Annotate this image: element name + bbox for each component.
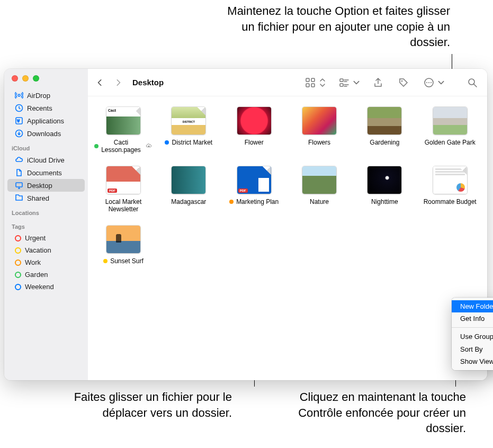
- menu-item-label: Show View Options: [460, 357, 493, 365]
- svg-rect-7: [306, 84, 309, 87]
- file-area[interactable]: CactCacti Lesson.pagesDISTRICTDistrict M…: [88, 96, 487, 380]
- sidebar-item-icloud-drive[interactable]: iCloud Drive: [7, 154, 85, 166]
- svg-rect-8: [311, 84, 315, 87]
- file-thumbnail: [367, 166, 401, 194]
- file-thumbnail: [367, 107, 401, 135]
- file-item[interactable]: Madagascar: [159, 166, 218, 213]
- sidebar-item-shared[interactable]: Shared: [7, 192, 85, 204]
- sidebar-item-recents[interactable]: Recents: [7, 102, 85, 114]
- file-name: Cacti Lesson.pages: [101, 139, 141, 154]
- applications-icon: [15, 117, 23, 125]
- file-item[interactable]: Nature: [290, 166, 348, 213]
- file-item[interactable]: Flowers: [290, 107, 348, 154]
- file-name: Gardening: [370, 139, 399, 146]
- minimize-button[interactable]: [22, 75, 29, 82]
- file-item[interactable]: Nighttime: [355, 166, 414, 213]
- file-item[interactable]: Flower: [225, 107, 283, 154]
- file-item[interactable]: Gardening: [355, 107, 414, 154]
- sidebar-tag-vacation[interactable]: Vacation: [7, 244, 85, 256]
- menu-separator: [452, 327, 493, 328]
- sidebar-item-label: Recents: [27, 104, 52, 112]
- file-thumbnail: PDF: [106, 166, 140, 194]
- menu-item-show-view-options[interactable]: Show View Options: [452, 355, 493, 368]
- menu-item-label: Use Groups: [460, 333, 493, 341]
- cloud-download-icon: [144, 142, 153, 150]
- view-icon-button[interactable]: [303, 75, 318, 90]
- sidebar-tag-weekend[interactable]: Weekend: [7, 281, 85, 293]
- file-item[interactable]: Sunset Surf: [94, 226, 153, 265]
- file-thumbnail: [302, 107, 336, 135]
- sidebar-item-desktop[interactable]: Desktop: [7, 179, 85, 192]
- tag-dot-icon: [94, 144, 98, 148]
- share-button[interactable]: [371, 75, 386, 90]
- file-item[interactable]: Golden Gate Park: [421, 107, 479, 154]
- tag-dot-icon: [15, 259, 21, 266]
- menu-item-label: Sort By: [460, 345, 483, 353]
- group-button[interactable]: [337, 75, 352, 90]
- svg-point-11: [401, 80, 403, 82]
- more-dropdown-icon[interactable]: [437, 75, 445, 90]
- finder-window: AirDropRecentsApplicationsDownloads iClo…: [4, 69, 487, 380]
- file-name: District Market: [172, 139, 212, 146]
- svg-rect-6: [311, 78, 315, 82]
- window-controls: [4, 75, 88, 82]
- sidebar-item-label: Desktop: [27, 182, 52, 190]
- close-button[interactable]: [12, 75, 18, 82]
- tag-dot-icon: [165, 140, 169, 145]
- sidebar-tag-urgent[interactable]: Urgent: [7, 232, 85, 244]
- sidebar-item-applications[interactable]: Applications: [7, 114, 85, 127]
- file-thumbnail: [172, 166, 205, 194]
- sidebar-section-icloud: iCloud: [4, 140, 88, 154]
- file-name: Sunset Surf: [110, 257, 144, 265]
- group-dropdown-icon[interactable]: [353, 75, 360, 90]
- svg-point-14: [428, 82, 429, 83]
- file-name: Roommate Budget: [424, 198, 477, 205]
- file-item[interactable]: PDFLocal Market Newsletter: [94, 166, 153, 213]
- file-item[interactable]: DISTRICTDistrict Market: [159, 107, 218, 154]
- view-dropdown-icon[interactable]: [319, 75, 326, 90]
- sidebar-tag-work[interactable]: Work: [7, 256, 85, 268]
- file-name: Golden Gate Park: [425, 139, 476, 146]
- menu-item-get-info[interactable]: Get Info: [452, 312, 493, 325]
- file-name: Nighttime: [371, 198, 398, 205]
- file-item[interactable]: Roommate Budget: [421, 166, 479, 213]
- recents-icon: [15, 104, 23, 112]
- sidebar-favorites: AirDropRecentsApplicationsDownloads: [4, 89, 88, 140]
- file-name: Flowers: [308, 139, 330, 146]
- svg-point-15: [431, 82, 432, 83]
- tag-dot-icon: [229, 200, 234, 204]
- file-item[interactable]: PDFMarketing Plan: [225, 166, 283, 213]
- sidebar-item-label: Documents: [27, 169, 62, 177]
- tags-button[interactable]: [396, 75, 411, 90]
- tag-dot-icon: [15, 235, 21, 241]
- sidebar-tag-garden[interactable]: Garden: [7, 268, 85, 281]
- file-thumbnail: [302, 166, 336, 194]
- menu-item-sort-by[interactable]: Sort By›: [452, 343, 493, 355]
- file-name: Flower: [245, 139, 264, 146]
- zoom-button[interactable]: [33, 75, 39, 82]
- search-button[interactable]: [465, 75, 480, 90]
- back-button[interactable]: [95, 77, 105, 88]
- sidebar-item-airdrop[interactable]: AirDrop: [7, 89, 85, 102]
- sidebar-item-label: Vacation: [25, 246, 51, 254]
- documents-icon: [15, 168, 23, 177]
- file-thumbnail: [433, 107, 467, 135]
- sidebar-item-downloads[interactable]: Downloads: [7, 127, 85, 140]
- more-button[interactable]: [422, 75, 436, 90]
- menu-item-label: New Folder: [460, 302, 493, 310]
- tag-dot-icon: [15, 284, 21, 290]
- file-item[interactable]: CactCacti Lesson.pages: [94, 107, 153, 154]
- sidebar-item-label: Weekend: [25, 283, 54, 291]
- menu-item-new-folder[interactable]: New Folder: [452, 300, 493, 312]
- svg-point-16: [469, 79, 474, 85]
- file-name: Local Market Newsletter: [94, 198, 153, 213]
- sidebar-item-label: AirDrop: [27, 92, 50, 100]
- callout-top: Maintenez la touche Option et faites gli…: [222, 3, 450, 50]
- file-thumbnail: PDF: [237, 166, 271, 194]
- file-name: Marketing Plan: [236, 198, 279, 205]
- file-name: Madagascar: [171, 198, 206, 205]
- sidebar-item-documents[interactable]: Documents: [7, 166, 85, 179]
- forward-button[interactable]: [113, 77, 123, 88]
- menu-item-use-groups[interactable]: Use Groups: [452, 330, 493, 343]
- svg-point-13: [426, 82, 427, 83]
